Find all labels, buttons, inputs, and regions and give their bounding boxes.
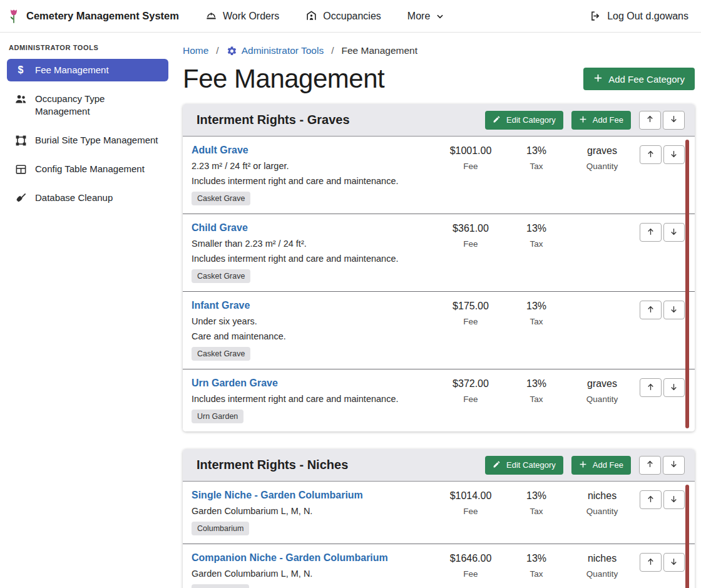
move-fee-down-button[interactable] (663, 553, 685, 572)
sidebar-item-burial-site-type-management[interactable]: Burial Site Type Management (7, 129, 168, 152)
fee-name-link[interactable]: Adult Grave (192, 145, 248, 156)
move-category-up-button[interactable] (639, 456, 661, 475)
fee-amount-value: $1014.00 (433, 490, 508, 502)
move-fee-down-button[interactable] (663, 145, 685, 164)
broom-icon (14, 192, 28, 204)
fee-description-line: 2.23 m² / 24 ft² or larger. (192, 161, 433, 171)
fee-amount-column: $1001.00 Fee (433, 145, 508, 171)
add-fee-button[interactable]: Add Fee (571, 111, 631, 130)
arrow-up-icon (647, 557, 655, 568)
move-fee-down-button[interactable] (663, 223, 685, 242)
move-fee-down-button[interactable] (663, 301, 685, 319)
move-fee-up-button[interactable] (640, 145, 662, 164)
category-title: Interment Rights - Niches (197, 458, 348, 472)
breadcrumb-admin-tools-link[interactable]: Administrator Tools (227, 45, 324, 56)
fee-reorder-group (640, 222, 685, 242)
move-fee-down-button[interactable] (663, 378, 685, 397)
main-content: Home / Administrator Tools / Fee Managem… (175, 33, 701, 588)
sidebar-section-header: ADMINISTRATOR TOOLS (0, 36, 175, 59)
logout-label: Log Out d.gowans (607, 11, 688, 22)
fee-tax-label: Tax (508, 395, 565, 404)
sidebar-item-fee-management[interactable]: $ Fee Management (7, 59, 168, 81)
fee-details: Single Niche - Garden Columbarium Garden… (192, 490, 433, 535)
fee-tax-value: 13% (508, 301, 565, 312)
breadcrumb-home-link[interactable]: Home (183, 45, 208, 56)
category-body: Single Niche - Garden Columbarium Garden… (183, 482, 695, 588)
sidebar-item-label: Database Cleanup (35, 192, 113, 204)
gear-icon (227, 46, 237, 56)
plus-icon (593, 73, 603, 85)
fee-quantity-label: Quantity (565, 162, 640, 171)
nav-occupancies[interactable]: Occupancies (305, 10, 381, 22)
fee-tax-value: 13% (508, 553, 565, 564)
move-fee-up-button[interactable] (640, 553, 662, 572)
scrollbar-thumb[interactable] (685, 485, 689, 588)
top-navbar: Cemetery Management System Work Orders (0, 0, 701, 33)
fee-amount-value: $372.00 (433, 378, 508, 389)
sidebar-item-database-cleanup[interactable]: Database Cleanup (7, 187, 168, 209)
category-header: Interment Rights - Graves Edit Category … (183, 104, 695, 137)
category-actions: Edit Category Add Fee (485, 111, 685, 130)
fee-name-link[interactable]: Companion Niche - Garden Columbarium (192, 552, 388, 564)
move-fee-up-button[interactable] (640, 490, 662, 509)
fee-quantity-value: niches (565, 490, 640, 502)
edit-category-button[interactable]: Edit Category (485, 456, 563, 475)
nav-work-orders[interactable]: Work Orders (205, 10, 279, 22)
add-fee-label: Add Fee (593, 460, 623, 470)
move-fee-up-button[interactable] (640, 223, 662, 242)
fee-row: Child Grave Smaller than 2.23 m² / 24 ft… (183, 214, 695, 292)
arrow-down-icon (670, 383, 678, 393)
fee-amount-value: $361.00 (433, 223, 508, 234)
nav-more[interactable]: More (407, 11, 444, 22)
move-fee-up-button[interactable] (640, 378, 662, 397)
fee-descriptions: 2.23 m² / 24 ft² or larger.Includes inte… (192, 161, 433, 186)
arrow-down-icon (670, 460, 678, 470)
fee-name-link[interactable]: Child Grave (192, 222, 248, 234)
move-fee-down-button[interactable] (663, 490, 685, 509)
fee-quantity-label: Quantity (565, 507, 640, 516)
fee-row: Single Niche - Garden Columbarium Garden… (183, 482, 695, 544)
edit-category-button[interactable]: Edit Category (485, 111, 563, 130)
edit-category-label: Edit Category (506, 460, 556, 470)
breadcrumb-separator: / (331, 45, 334, 56)
move-category-down-button[interactable] (663, 111, 685, 130)
fee-amount-value: $1001.00 (433, 145, 508, 157)
sidebar-item-occupancy-type-management[interactable]: Occupancy Type Management (7, 88, 168, 123)
add-fee-label: Add Fee (593, 115, 623, 125)
plus-icon (579, 460, 587, 470)
fee-type-badge: Casket Grave (192, 269, 250, 283)
arrow-down-icon (670, 557, 678, 568)
add-fee-category-button[interactable]: Add Fee Category (583, 68, 695, 90)
scrollbar-thumb[interactable] (685, 140, 689, 428)
sidebar-item-label: Burial Site Type Management (35, 134, 158, 147)
add-fee-button[interactable]: Add Fee (571, 456, 631, 475)
fee-name-link[interactable]: Infant Grave (192, 300, 250, 311)
fee-name-link[interactable]: Single Niche - Garden Columbarium (192, 490, 363, 501)
arrow-down-icon (670, 305, 678, 316)
fee-tax-column: 13% Tax (508, 300, 565, 326)
arrow-down-icon (670, 227, 678, 238)
fee-quantity-value: graves (565, 145, 640, 157)
fee-name-link[interactable]: Urn Garden Grave (192, 378, 278, 389)
fee-quantity-column: graves Quantity (565, 378, 640, 404)
fee-tax-value: 13% (508, 378, 565, 389)
fee-quantity-column: niches Quantity (565, 490, 640, 516)
sidebar: ADMINISTRATOR TOOLS $ Fee Management Occ… (0, 33, 175, 588)
fee-details: Infant Grave Under six years.Care and ma… (192, 300, 433, 361)
app-brand[interactable]: Cemetery Management System (8, 8, 179, 24)
move-category-down-button[interactable] (663, 456, 685, 475)
fee-row: Urn Garden Grave Includes interment righ… (183, 369, 695, 431)
fee-tax-value: 13% (508, 490, 565, 502)
fee-quantity-label: Quantity (565, 395, 640, 404)
fee-tax-label: Tax (508, 162, 565, 171)
sidebar-item-config-table-management[interactable]: Config Table Management (7, 158, 168, 180)
person-shelter-icon (305, 10, 317, 22)
logout-link[interactable]: Log Out d.gowans (590, 10, 688, 22)
arrow-down-icon (670, 115, 678, 125)
fee-descriptions: Includes interment right and care and ma… (192, 394, 433, 404)
move-fee-up-button[interactable] (640, 301, 662, 319)
arrow-up-icon (647, 305, 655, 316)
category-reorder-group (639, 111, 685, 130)
move-category-up-button[interactable] (639, 111, 661, 130)
fee-amount-label: Fee (433, 569, 508, 579)
